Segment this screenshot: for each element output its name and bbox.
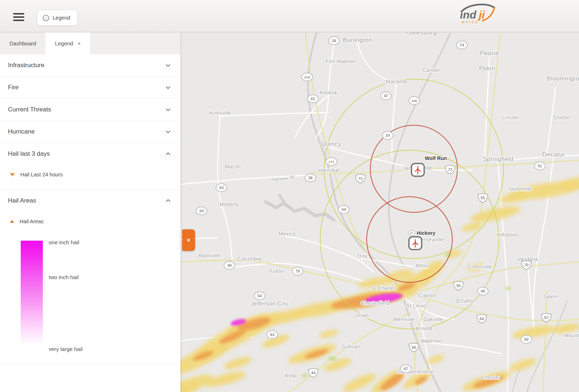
accordion-section-current-threats: Current Threats	[0, 99, 180, 121]
app-window: i Legend ind ji WATCH DashboardLegend× I…	[0, 0, 579, 392]
logo-watch-text: WATCH	[461, 20, 478, 24]
tab-close-icon[interactable]: ×	[77, 40, 81, 46]
route-shield-67: 67	[400, 365, 411, 373]
map-city-label: Springfield	[483, 156, 514, 163]
hail-area-green	[445, 253, 452, 257]
map-container[interactable]: GalesburgBurlingtonPeoriaFort MadisonCan…	[180, 32, 579, 392]
svg-text:55: 55	[456, 283, 461, 288]
legend-button-label: Legend	[53, 15, 70, 21]
accordion-header-hail-last-3-days[interactable]: Hail last 3 days	[0, 143, 180, 165]
map-city-label: Sullivan	[342, 344, 360, 350]
hamburger-menu-icon[interactable]	[13, 13, 24, 23]
accordion-section-hail-areas: Hail AreasHail Areasone inch hailtwo inc…	[0, 190, 180, 363]
asset-marker-label: Wolf Run	[425, 155, 447, 161]
map-city-label: Macomb	[386, 78, 407, 85]
map-city-label: Waterloo	[421, 338, 442, 344]
svg-text:64: 64	[480, 317, 484, 321]
accordion-label: Hurricane	[8, 128, 35, 135]
chevron-down-icon	[165, 107, 171, 113]
map-canvas[interactable]: GalesburgBurlingtonPeoriaFort MadisonCan…	[180, 32, 579, 392]
map-city-label: Decatur	[542, 151, 565, 158]
map-city-label: Moberly	[220, 201, 239, 207]
hail-area-green	[328, 356, 337, 361]
svg-text:51: 51	[538, 164, 542, 168]
triangle-up-icon	[10, 220, 14, 223]
info-icon: i	[42, 15, 49, 21]
legend-sidebar: DashboardLegend× InfrastructureFireCurre…	[0, 32, 180, 392]
map-city-label: St Louis	[406, 302, 427, 309]
accordion-header-infrastructure[interactable]: Infrastructure	[0, 54, 180, 76]
accordion-header-hurricane[interactable]: Hurricane	[0, 121, 180, 143]
tab-label: Legend	[55, 40, 73, 46]
map-city-label: Salem	[543, 294, 558, 299]
triangle-down-icon	[10, 173, 15, 176]
legend-layer-item[interactable]: Hail Last 24 hours	[0, 168, 180, 181]
asset-marker-wolf-run[interactable]	[412, 164, 424, 176]
asset-marker-hickory[interactable]	[409, 237, 422, 250]
svg-text:i: i	[45, 16, 46, 20]
route-shield-34: 34	[329, 37, 339, 45]
map-city-label: Jefferson City	[250, 301, 288, 307]
svg-text:36: 36	[308, 176, 313, 180]
svg-text:63: 63	[270, 332, 274, 337]
svg-text:40: 40	[481, 289, 485, 293]
accordion-label: Hail last 3 days	[8, 150, 50, 158]
svg-text:67: 67	[404, 367, 408, 371]
route-shield-36: 36	[305, 174, 316, 182]
hail-area-green	[505, 287, 511, 290]
svg-text:55: 55	[412, 345, 416, 350]
accordion-header-fire[interactable]: Fire	[0, 77, 180, 98]
gradient-label-bottom: very large hail	[49, 346, 82, 352]
svg-text:24: 24	[386, 133, 390, 138]
route-shield-40: 40	[224, 261, 235, 269]
map-city-label: Rolla	[285, 373, 297, 379]
legend-accordion: InfrastructureFireCurrent ThreatsHurrica…	[0, 54, 180, 363]
sidebar-tab-bar: DashboardLegend×	[0, 32, 180, 54]
map-city-label: Union	[355, 313, 369, 318]
accordion-label: Hail Areas	[8, 197, 36, 204]
close-icon: ×	[187, 237, 191, 244]
chevron-down-icon	[165, 62, 171, 68]
route-shield-136: 136	[409, 97, 420, 105]
logo-ji-text: ji	[477, 9, 485, 21]
svg-text:70: 70	[524, 263, 529, 267]
accordion-content: Hail Areasone inch hailtwo inch hailvery…	[0, 212, 180, 363]
chevron-up-icon	[165, 151, 171, 157]
tab-dashboard[interactable]: Dashboard	[0, 32, 45, 54]
map-city-label: Canton	[423, 67, 440, 73]
map-city-label: Clinton	[554, 115, 570, 121]
route-shield-47: 47	[380, 92, 391, 100]
tab-label: Dashboard	[9, 40, 36, 46]
map-panel-close-tab[interactable]: ×	[182, 229, 195, 251]
tab-legend[interactable]: Legend×	[45, 32, 90, 54]
map-city-label: Keokuk	[319, 90, 338, 95]
hail-gradient-legend: one inch hailtwo inch hailvery large hai…	[21, 241, 180, 354]
hail-gradient-labels: one inch hailtwo inch hailvery large hai…	[49, 241, 103, 354]
map-city-label: Burlington	[343, 37, 372, 44]
accordion-header-hail-areas[interactable]: Hail Areas	[0, 190, 180, 212]
svg-text:136: 136	[411, 99, 417, 103]
map-city-label: Kirksville	[209, 110, 231, 116]
svg-text:79: 79	[295, 269, 300, 273]
route-shield-51: 51	[534, 162, 545, 170]
legend-layer-item[interactable]: Hail Areas	[0, 215, 180, 228]
route-shield-50: 50	[521, 335, 532, 343]
legend-button[interactable]: i Legend	[37, 10, 78, 26]
accordion-header-current-threats[interactable]: Current Threats	[0, 99, 180, 121]
hail-area-green	[301, 374, 309, 377]
route-shield-54: 54	[254, 292, 265, 300]
svg-text:50: 50	[524, 337, 529, 342]
map-city-label: Clayton	[419, 293, 437, 298]
svg-text:24: 24	[199, 209, 204, 213]
gradient-label-middle: two inch hail	[49, 274, 79, 280]
map-city-label: Peoria	[480, 50, 499, 57]
svg-text:61: 61	[311, 97, 315, 101]
map-city-label: Taylorville	[508, 186, 532, 192]
svg-text:44: 44	[311, 371, 316, 375]
route-shield-63: 63	[216, 184, 227, 192]
svg-text:72: 72	[358, 176, 363, 181]
map-city-label: Arnold	[415, 325, 432, 331]
map-city-label: Quincy	[321, 140, 341, 147]
map-city-label: Chester	[481, 375, 500, 380]
accordion-label: Fire	[8, 84, 19, 91]
